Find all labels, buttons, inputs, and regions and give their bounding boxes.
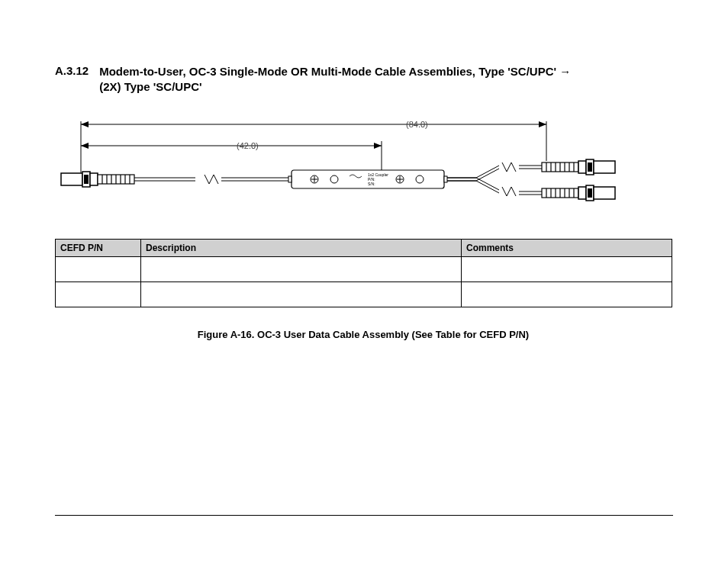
- section-title: Modem-to-User, OC-3 Single-Mode OR Multi…: [99, 64, 571, 95]
- break-mark-right-top: [502, 162, 516, 172]
- break-mark-left: [205, 175, 218, 184]
- svg-rect-48: [588, 162, 592, 172]
- svg-rect-49: [594, 161, 615, 173]
- section-title-line1: Modem-to-User, OC-3 Single-Mode OR Multi…: [99, 65, 559, 78]
- cell-comments: [462, 282, 672, 307]
- arrow-icon: →: [559, 65, 571, 78]
- svg-rect-24: [288, 176, 292, 182]
- svg-marker-4: [539, 121, 546, 127]
- footer-rule: [55, 515, 673, 516]
- cell-comments: [462, 256, 672, 282]
- cell-description: [141, 282, 462, 307]
- connector-right-bottom: [519, 185, 615, 201]
- col-header-comments: Comments: [462, 239, 672, 256]
- connector-right-top: [519, 159, 615, 175]
- col-header-cefd-pn: CEFD P/N: [56, 239, 141, 256]
- connector-left: [61, 172, 195, 187]
- svg-marker-3: [81, 121, 89, 127]
- section-number: A.3.12: [55, 64, 89, 95]
- coupler-label-3: S/N:: [368, 182, 375, 186]
- cell-cefd-pn: [56, 256, 141, 282]
- dimension-label-full: (84.0): [406, 120, 428, 129]
- table-row: [56, 256, 672, 282]
- coupler: 1x2 Coupler P/N: S/N:: [288, 170, 447, 188]
- svg-rect-62: [588, 188, 592, 198]
- cefd-table: CEFD P/N Description Comments: [55, 239, 672, 307]
- cell-description: [141, 256, 462, 282]
- cable-assembly-diagram: (84.0) (42.0): [55, 115, 672, 222]
- col-header-description: Description: [141, 239, 462, 256]
- svg-rect-63: [594, 187, 615, 199]
- svg-rect-25: [444, 176, 447, 182]
- svg-rect-9: [61, 173, 82, 185]
- section-heading: A.3.12 Modem-to-User, OC-3 Single-Mode O…: [55, 64, 673, 95]
- svg-marker-8: [374, 143, 382, 149]
- table-header-row: CEFD P/N Description Comments: [56, 239, 672, 256]
- section-title-line2: (2X) Type 'SC/UPC': [99, 80, 201, 93]
- svg-rect-12: [90, 173, 98, 185]
- svg-rect-11: [84, 175, 89, 184]
- svg-rect-46: [578, 161, 586, 173]
- cell-cefd-pn: [56, 282, 141, 307]
- table-row: [56, 282, 672, 307]
- svg-marker-7: [81, 143, 89, 149]
- svg-rect-60: [578, 187, 586, 199]
- figure-caption: Figure A-16. OC-3 User Data Cable Assemb…: [55, 329, 672, 340]
- break-mark-right-bottom: [502, 187, 516, 196]
- dimension-label-half: (42.0): [237, 141, 259, 150]
